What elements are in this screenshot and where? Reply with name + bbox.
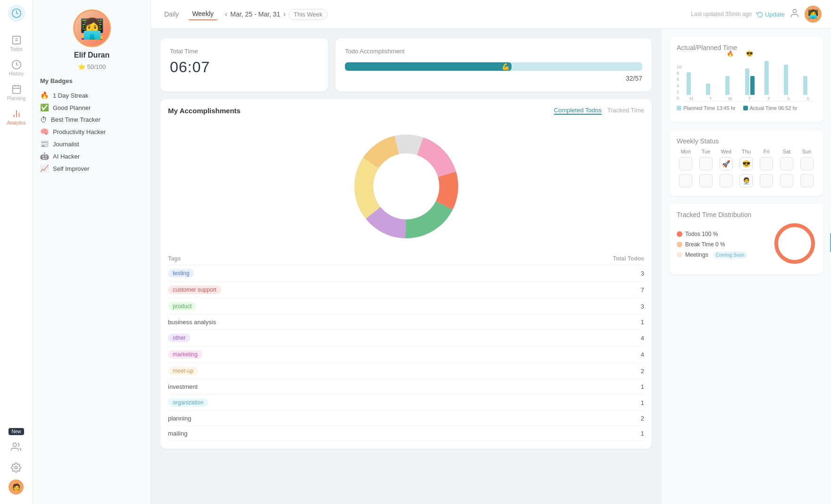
planned-bar — [687, 72, 691, 95]
table-row: product3 — [168, 298, 644, 315]
badge-label: Self Improver — [53, 165, 89, 172]
tracked-legend-label: Todos 100 % — [685, 231, 718, 237]
coming-soon-badge: Coming Soon — [713, 252, 747, 259]
tag-badge[interactable]: meet-up — [168, 367, 198, 375]
tag-badge[interactable]: customer support — [168, 286, 221, 294]
svg-point-14 — [793, 9, 796, 12]
next-arrow[interactable]: › — [283, 10, 285, 18]
day-cell: 🧑‍💼 — [739, 174, 753, 187]
table-row: meet-up2 — [168, 363, 644, 379]
user-avatar-small[interactable]: 🧑 — [8, 479, 24, 495]
badge-icon: 🔥 — [40, 91, 49, 100]
todo-accomplishment-card: Todo Accomplishment 💪 32/57 — [336, 38, 652, 92]
bar-group: T — [703, 57, 718, 101]
badge-item: 🤖AI Hacker — [40, 150, 143, 162]
total-time-value: 06:07 — [170, 59, 319, 76]
tab-weekly[interactable]: Weekly — [188, 8, 218, 20]
tracked-dist-card: Tracked Time Distribution Todos 100 % Br… — [669, 203, 823, 274]
tags-table: Tags Total Todos testing3customer suppor… — [168, 252, 644, 441]
sidebar-item-settings[interactable] — [8, 459, 24, 477]
day-cell — [699, 174, 713, 187]
badge-icon: 📈 — [40, 164, 49, 173]
tab-completed-todos[interactable]: Completed Todos — [554, 107, 602, 115]
tag-label: mailing — [168, 430, 187, 437]
progress-bar-fill: 💪 — [345, 62, 512, 71]
table-row: mailing1 — [168, 426, 644, 441]
todo-accomplishment-label: Todo Accomplishment — [345, 48, 642, 55]
day-cell — [760, 157, 773, 170]
tag-badge[interactable]: other — [168, 334, 190, 342]
table-row: business analysis1 — [168, 315, 644, 330]
badge-icon: 📰 — [40, 140, 49, 148]
tag-count: 3 — [468, 265, 644, 282]
topbar-date: ‹ Mar, 25 - Mar, 31 › This Week — [225, 9, 328, 20]
actual-bar — [750, 76, 755, 95]
tag-count: 7 — [468, 282, 644, 298]
topbar-right: Last updated 35min ago Update 👩‍💻 — [691, 6, 822, 23]
badge-item: ⏱Best Time Tracker — [40, 114, 143, 126]
bar-chart-area: 10 8 6 4 2 0 MT🔥W😎TFSS Planned Time 13: — [677, 55, 816, 115]
last-updated-text: Last updated 35min ago — [691, 11, 752, 17]
total-time-label: Total Time — [170, 48, 319, 55]
planned-bar — [725, 76, 730, 95]
tag-badge[interactable]: testing — [168, 269, 194, 277]
tracked-legend-label: Break Time 0 % — [685, 241, 725, 248]
sidebar-item-history-label: History — [9, 71, 24, 76]
day-cell — [720, 174, 733, 187]
tag-badge[interactable]: product — [168, 302, 196, 311]
bar-day-label: F — [768, 96, 771, 101]
weekly-status-title: Weekly Status — [677, 137, 816, 145]
bar-emoji: 🔥 — [727, 50, 734, 57]
this-week-button[interactable]: This Week — [288, 9, 327, 20]
right-avatar[interactable]: 👩‍💻 — [805, 6, 822, 23]
sidebar-item-planning[interactable]: Planning — [0, 80, 33, 105]
tab-tracked-time[interactable]: Tracked Time — [607, 107, 644, 115]
svg-point-13 — [15, 466, 18, 469]
new-badge[interactable]: New — [8, 428, 24, 435]
day-cell — [780, 157, 793, 170]
bar-group: F — [761, 57, 777, 101]
tracked-legend: Todos 100 % Break Time 0 % Meetings Comi… — [677, 231, 747, 259]
day-header: Sat — [778, 149, 796, 154]
svg-point-24 — [778, 227, 811, 260]
sidebar-item-team[interactable] — [8, 438, 24, 456]
chart-y-axis: 10 8 6 4 2 0 — [677, 64, 681, 101]
tag-label: planning — [168, 415, 191, 422]
tag-count: 1 — [468, 395, 644, 411]
tag-count: 3 — [468, 298, 644, 315]
tag-badge[interactable]: marketing — [168, 350, 202, 359]
sidebar-item-analytics[interactable]: Analytics — [0, 105, 33, 129]
badge-label: Productivity Hacker — [53, 128, 106, 135]
topbar-user-icon[interactable] — [789, 8, 800, 21]
legend-planned-dot — [677, 106, 681, 110]
tag-badge[interactable]: organization — [168, 398, 208, 407]
progress-label: 32/57 — [345, 75, 642, 82]
content-area: Total Time 06:07 Todo Accomplishment 💪 3… — [151, 29, 831, 504]
donut-chart — [168, 120, 644, 252]
day-cell: 😎 — [739, 157, 753, 170]
update-button[interactable]: Update — [756, 11, 785, 18]
day-header: Thu — [737, 149, 755, 154]
badge-item: 📈Self Improver — [40, 162, 143, 175]
right-panel: Actual/Planned Time 10 8 6 4 2 0 MT🔥W😎TF… — [661, 29, 831, 504]
badge-icon: ✅ — [40, 103, 49, 112]
day-cell — [760, 174, 773, 187]
badge-label: 1 Day Streak — [53, 92, 88, 99]
table-row: customer support7 — [168, 282, 644, 298]
topbar: Daily Weekly ‹ Mar, 25 - Mar, 31 › This … — [151, 0, 831, 29]
app-logo[interactable] — [8, 5, 25, 22]
bar-day-label: W — [728, 96, 732, 101]
planned-bar — [803, 76, 807, 95]
sidebar-item-history[interactable]: History — [0, 56, 33, 80]
prev-arrow[interactable]: ‹ — [225, 10, 227, 18]
bar-day-label: T — [748, 96, 751, 101]
day-cell: 🚀 — [720, 157, 733, 170]
tag-count: 1 — [468, 315, 644, 330]
day-cell — [679, 174, 692, 187]
topbar-nav: Daily Weekly — [160, 8, 218, 20]
badges-list: 🔥1 Day Streak✅Good Planner⏱Best Time Tra… — [40, 89, 143, 175]
tag-label: business analysis — [168, 319, 216, 326]
sidebar-item-todos[interactable]: Todos — [0, 31, 33, 56]
tab-daily[interactable]: Daily — [160, 8, 183, 20]
badge-item: ✅Good Planner — [40, 101, 143, 114]
